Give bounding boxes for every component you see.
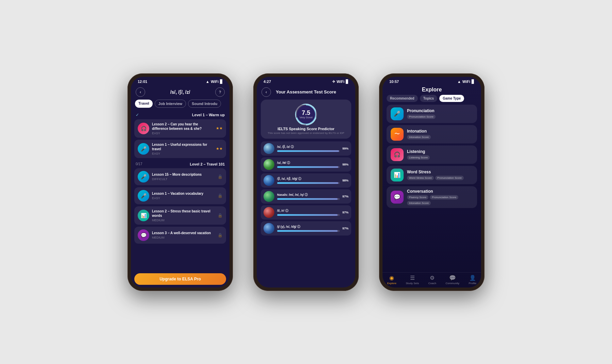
score-row-3[interactable]: /ʃ/, /s/, /tʃ/, /dʒ/ ⓘ 98% — [261, 173, 351, 188]
signal-icon: ▲ — [206, 80, 209, 84]
score-row-2[interactable]: /u/, /ʊ/ ⓘ 98% — [261, 157, 351, 172]
tab-job-interview[interactable]: Job Interview — [155, 100, 186, 108]
status-icons-2: ✈ WiFi ▊ — [332, 80, 348, 84]
explore-item-wordstress[interactable]: 📊 Word Stress Word Stress Score Pronunci… — [387, 166, 477, 184]
score-row-1[interactable]: /s/, /ʃ/, /z/ ⓘ 99% — [261, 141, 351, 156]
score-name-5: /l/, /r/ ⓘ — [277, 209, 340, 213]
tab-topics[interactable]: Topics — [420, 95, 437, 102]
lesson-diff-5: MEDIUM — [152, 219, 215, 222]
phone2-screen: 4:27 ✈ WiFi ▊ ‹ Your Assessment Test Sco… — [257, 77, 355, 288]
wordstress-info: Word Stress Word Stress Score Pronunciat… — [407, 170, 473, 180]
explore-title: Explore — [422, 87, 442, 92]
back-button-1[interactable]: ‹ — [136, 87, 145, 97]
score-pct-4: 97% — [342, 195, 348, 198]
tag-conv-pron-score: Pronunciation Score — [430, 195, 458, 200]
upgrade-button[interactable]: Upgrade to ELSA Pro — [134, 273, 226, 285]
score-name-1: /s/, /ʃ/, /z/ ⓘ — [277, 145, 340, 149]
score-row-4[interactable]: Nasals: /m/, /n/, /ŋ/ ⓘ 97% — [261, 189, 351, 204]
stars-2: ★★ — [216, 146, 223, 151]
phone3-content: Explore Recommended Topics Game Type 🎤 P… — [382, 85, 481, 288]
lesson-info-3: Lesson 15 – More descriptions DIFFICULT — [152, 172, 215, 181]
lesson-item-1[interactable]: 🎧 Lesson 2 – Can you hear the difference… — [134, 119, 226, 138]
wordstress-name: Word Stress — [407, 170, 473, 174]
lesson-icon-4: 🎤 — [138, 190, 149, 202]
explore-item-conversation[interactable]: 💬 Conversation Fluency Score Pronunciati… — [387, 186, 477, 208]
lesson-icon-1: 🎧 — [138, 123, 149, 134]
lesson-item-5[interactable]: 📊 Lesson 2 – Stress these basic travel w… — [134, 206, 226, 225]
lesson-item-4[interactable]: 🎤 Lesson 1 – Vacation vocabulary EASY 🔒 — [134, 187, 226, 204]
listening-info: Listening Listening Score — [407, 149, 473, 160]
nav-profile[interactable]: 👤 Profile — [469, 275, 476, 285]
lesson-name-4: Lesson 1 – Vacation vocabulary — [152, 191, 215, 196]
ball-3 — [264, 175, 274, 186]
community-nav-label: Community — [445, 282, 459, 285]
lesson-item-3[interactable]: 🎤 Lesson 15 – More descriptions DIFFICUL… — [134, 168, 226, 185]
pronunciation-info: Pronunciation Pronunciation Score — [407, 108, 473, 119]
coach-nav-label: Coach — [428, 282, 436, 285]
explore-item-listening[interactable]: 🎧 Listening Listening Score — [387, 145, 477, 164]
lesson-item-2[interactable]: 🎤 Lesson 1 – Useful expressions for trav… — [134, 140, 226, 158]
lock-icon-5: 🔒 — [218, 213, 223, 218]
phone2-content: ‹ Your Assessment Test Score 7.5 Very Go… — [257, 85, 355, 288]
progress-fill-2 — [277, 166, 338, 168]
lesson-info-1: Lesson 2 – Can you hear the difference b… — [152, 122, 213, 135]
lesson-diff-2: EASY — [152, 152, 213, 155]
score-circle-inner: 7.5 Very Good — [297, 105, 315, 124]
wordstress-icon: 📊 — [391, 169, 404, 181]
tab-travel[interactable]: Travel — [135, 100, 153, 108]
lesson-icon-5: 📊 — [138, 210, 149, 221]
ball-4 — [264, 191, 274, 202]
nav-study-sets[interactable]: ☰ Study Sets — [406, 275, 419, 285]
score-row-6[interactable]: /j/ (y), /s/, /dʒ/ ⓘ 97% — [261, 221, 351, 236]
phone1-header: ‹ /s/, /ʃ/, /z/ ? — [131, 85, 230, 100]
level2-header: 0/17 Level 2 – Travel 101 — [134, 160, 226, 168]
explore-item-intonation[interactable]: 〜 Intonation Intonation Score — [387, 125, 477, 143]
lesson-item-6[interactable]: 💬 Lesson 3 – A well-deserved vacation ME… — [134, 227, 226, 244]
stars-1: ★★ — [216, 126, 223, 131]
wordstress-tags: Word Stress Score Pronunciation Score — [407, 176, 473, 180]
tab-recommended[interactable]: Recommended — [387, 95, 418, 102]
lesson-diff-1: EASY — [152, 132, 213, 135]
ball-1 — [264, 143, 274, 154]
nav-explore[interactable]: ◉ Explore — [387, 275, 396, 285]
intonation-name: Intonation — [407, 129, 473, 134]
phone1-title: /s/, /ʃ/, /z/ — [170, 89, 190, 95]
score-list: /s/, /ʃ/, /z/ ⓘ 99% /u/, /ʊ/ ⓘ — [257, 141, 355, 288]
status-icons-3: ▲ WiFi ▊ — [457, 80, 474, 84]
coach-nav-icon: ⚙ — [430, 275, 435, 281]
nav-coach[interactable]: ⚙ Coach — [428, 275, 436, 285]
nav-community[interactable]: 💬 Community — [445, 275, 459, 285]
tag-pronunciation-score: Pronunciation Score — [407, 115, 436, 119]
phone2: 4:27 ✈ WiFi ▊ ‹ Your Assessment Test Sco… — [253, 73, 359, 291]
score-info-5: /l/, /r/ ⓘ — [277, 209, 340, 216]
notch3 — [415, 77, 449, 84]
bottom-nav: ◉ Explore ☰ Study Sets ⚙ Coach 💬 Communi… — [382, 272, 481, 288]
lesson-icon-3: 🎤 — [138, 171, 149, 183]
battery-icon-2: ▊ — [346, 80, 348, 84]
lesson-diff-3: DIFFICULT — [152, 177, 215, 181]
study-sets-nav-icon: ☰ — [410, 275, 415, 281]
time-1: 12:01 — [138, 80, 147, 84]
ielts-subtitle: This score has not been approved or endo… — [265, 132, 347, 135]
conversation-info: Conversation Fluency Score Pronunciation… — [407, 189, 473, 205]
lesson-icon-2: 🎤 — [138, 143, 149, 155]
help-button-1[interactable]: ? — [215, 87, 225, 97]
score-info-6: /j/ (y), /s/, /dʒ/ ⓘ — [277, 225, 340, 232]
explore-item-pronunciation[interactable]: 🎤 Pronunciation Pronunciation Score — [387, 105, 477, 123]
ball-2 — [264, 159, 274, 170]
tab-game-type[interactable]: Game Type — [439, 95, 464, 102]
back-button-2[interactable]: ‹ — [261, 87, 271, 97]
pronunciation-icon: 🎤 — [391, 107, 404, 120]
lesson-name-3: Lesson 15 – More descriptions — [152, 172, 215, 177]
wifi-icon: WiFi — [211, 80, 219, 84]
explore-nav-icon: ◉ — [389, 275, 394, 281]
score-pct-2: 98% — [342, 163, 348, 166]
study-sets-nav-label: Study Sets — [406, 282, 419, 285]
signal-icon-3: ▲ — [457, 80, 461, 84]
conversation-tags: Fluency Score Pronunciation Score Intona… — [407, 195, 473, 205]
tab-sound-intro[interactable]: Sound Introdu — [188, 100, 221, 108]
score-row-5[interactable]: /l/, /r/ ⓘ 97% — [261, 205, 351, 220]
scene: 12:01 ▲ WiFi ▊ ‹ /s/, /ʃ/, /z/ ? Travel … — [0, 0, 612, 364]
progress-bg-3 — [277, 182, 340, 184]
notch1 — [163, 77, 197, 84]
